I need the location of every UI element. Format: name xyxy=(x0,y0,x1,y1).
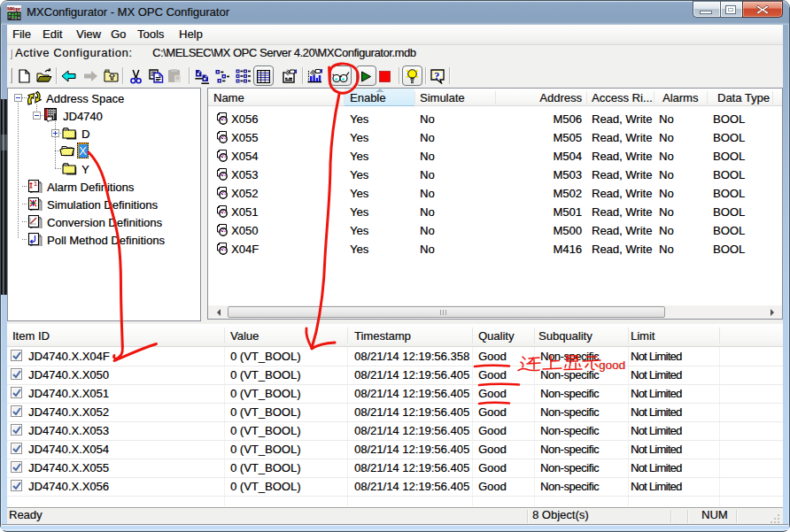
svg-text:good: good xyxy=(599,359,625,372)
